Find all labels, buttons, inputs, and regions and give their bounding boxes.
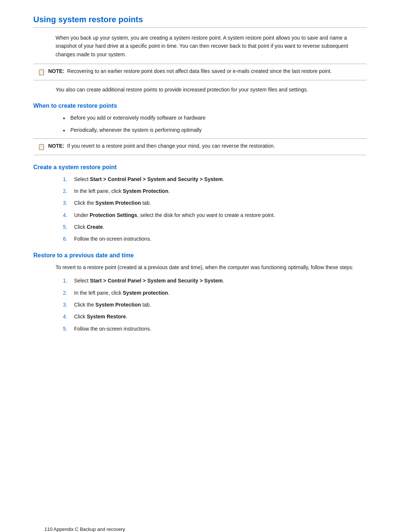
step-text: In the left pane, click System Protectio… — [74, 187, 367, 195]
table-row: 3. Click the System Protection tab. — [63, 199, 367, 207]
step-number: 1. — [63, 277, 70, 285]
step-text: Follow the on-screen instructions. — [74, 235, 367, 243]
step-text: Click the System Protection tab. — [74, 199, 367, 207]
list-item: Periodically, whenever the system is per… — [63, 126, 367, 134]
main-title: Using system restore points — [33, 15, 367, 28]
table-row: 4. Click System Restore. — [63, 312, 367, 321]
step-number: 5. — [63, 223, 70, 231]
step-number: 1. — [63, 175, 70, 183]
step-number: 5. — [63, 325, 70, 333]
note-1-label: NOTE: — [48, 68, 64, 74]
create-steps-list: 1. Select Start > Control Panel > System… — [63, 175, 367, 243]
step-text: Select Start > Control Panel > System an… — [74, 175, 367, 183]
step-text: Click the System Protection tab. — [74, 301, 367, 309]
when-bullet-list: Before you add or extensively modify sof… — [63, 114, 367, 134]
intro-paragraph: When you back up your system, you are cr… — [56, 34, 367, 58]
note-2-text: If you revert to a restore point and the… — [67, 143, 275, 149]
table-row: 1. Select Start > Control Panel > System… — [63, 277, 367, 285]
step-text: Select Start > Control Panel > System an… — [74, 277, 367, 285]
section-restore-title: Restore to a previous date and time — [33, 252, 367, 259]
step-number: 2. — [63, 187, 70, 195]
table-row: 2. In the left pane, click System protec… — [63, 289, 367, 297]
step-text: In the left pane, click System protectio… — [74, 289, 367, 297]
page-footer: 110 Appendix C Backup and recovery — [44, 526, 125, 532]
restore-intro: To revert to a restore point (created at… — [56, 263, 367, 271]
list-item: Before you add or extensively modify sof… — [63, 114, 367, 122]
note-1-content: NOTE: Recovering to an earlier restore p… — [48, 67, 331, 75]
step-number: 3. — [63, 301, 70, 309]
step-text: Follow the on-screen instructions. — [74, 325, 367, 333]
table-row: 4. Under Protection Settings, select the… — [63, 211, 367, 219]
step-number: 6. — [63, 235, 70, 243]
section-when-title: When to create restore points — [33, 103, 367, 109]
table-row: 5. Click Create. — [63, 223, 367, 231]
step-number: 2. — [63, 289, 70, 297]
table-row: 1. Select Start > Control Panel > System… — [63, 175, 367, 183]
table-row: 6. Follow the on-screen instructions. — [63, 235, 367, 243]
step-number: 3. — [63, 199, 70, 207]
section-create-title: Create a system restore point — [33, 164, 367, 171]
note-box-1: 📋 NOTE: Recovering to an earlier restore… — [33, 64, 367, 80]
step-text: Click System Restore. — [74, 312, 367, 321]
table-row: 3. Click the System Protection tab. — [63, 301, 367, 309]
restore-steps-list: 1. Select Start > Control Panel > System… — [63, 277, 367, 333]
table-row: 5. Follow the on-screen instructions. — [63, 325, 367, 333]
note-box-2: 📋 NOTE: If you revert to a restore point… — [33, 138, 367, 155]
step-number: 4. — [63, 211, 70, 219]
note-2-label: NOTE: — [48, 143, 64, 149]
step-text: Under Protection Settings, select the di… — [74, 211, 367, 219]
note-1-text: Recovering to an earlier restore point d… — [67, 68, 331, 74]
step-number: 4. — [63, 312, 70, 321]
note-2-content: NOTE: If you revert to a restore point a… — [48, 142, 275, 150]
note-icon-1: 📋 — [38, 67, 45, 77]
intro-paragraph-2: You also can create additional restore p… — [56, 86, 367, 94]
table-row: 2. In the left pane, click System Protec… — [63, 187, 367, 195]
note-icon-2: 📋 — [38, 142, 45, 152]
step-text: Click Create. — [74, 223, 367, 231]
